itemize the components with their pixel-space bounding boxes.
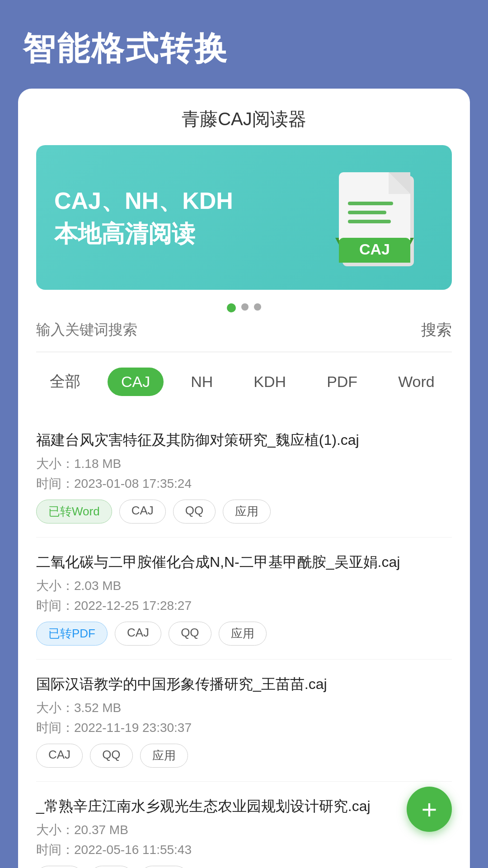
file-tags: 已转Word CAJ QQ 应用 [36, 500, 452, 524]
file-size: 大小：1.18 MB [36, 455, 452, 472]
page-header: 智能格式转换 [0, 0, 488, 89]
search-input[interactable] [36, 317, 412, 343]
svg-rect-5 [348, 211, 386, 214]
file-item[interactable]: 国际汉语教学的中国形象传播研究_王苗苗.caj 大小：3.52 MB 时间：20… [36, 660, 452, 782]
tabs-row: 全部 CAJ NH KDH PDF Word [36, 366, 452, 397]
tag-caj[interactable]: CAJ [36, 866, 83, 868]
file-item[interactable]: 福建台风灾害特征及其防御对策研究_魏应植(1).caj 大小：1.18 MB 时… [36, 415, 452, 538]
file-time: 时间：2022-05-16 11:55:43 [36, 841, 452, 859]
dot-2[interactable] [241, 303, 249, 311]
dot-3[interactable] [254, 303, 261, 311]
file-tags: CAJ QQ 应用 [36, 744, 452, 768]
search-row: 搜索 [36, 317, 452, 352]
banner: CAJ、NH、KDH 本地高清阅读 [36, 145, 452, 290]
svg-marker-10 [335, 238, 339, 245]
file-size: 大小：2.03 MB [36, 577, 452, 594]
tab-all[interactable]: 全部 [36, 366, 94, 397]
file-name: 福建台风灾害特征及其防御对策研究_魏应植(1).caj [36, 429, 452, 451]
file-time: 时间：2022-11-19 23:30:37 [36, 719, 452, 736]
search-button[interactable]: 搜索 [421, 320, 452, 340]
page-title: 智能格式转换 [23, 27, 465, 71]
file-tags: 已转PDF CAJ QQ 应用 [36, 622, 452, 646]
tab-caj[interactable]: CAJ [108, 368, 164, 396]
tag-qq[interactable]: QQ [90, 866, 132, 868]
file-name: 国际汉语教学的中国形象传播研究_王苗苗.caj [36, 673, 452, 695]
fab-add-button[interactable]: + [407, 787, 452, 832]
tab-word[interactable]: Word [385, 368, 448, 396]
tag-qq[interactable]: QQ [173, 500, 216, 524]
banner-dots [36, 303, 452, 312]
tag-caj[interactable]: CAJ [119, 500, 166, 524]
svg-rect-4 [348, 202, 393, 205]
tab-kdh[interactable]: KDH [240, 368, 300, 396]
tag-app[interactable]: 应用 [140, 866, 188, 868]
tag-app[interactable]: 应用 [140, 744, 188, 768]
file-name: _常熟辛庄江南水乡观光生态农业园规划设计研究.caj [36, 795, 452, 817]
svg-rect-6 [348, 220, 391, 223]
file-tags: CAJ QQ 应用 [36, 866, 452, 868]
tag-qq[interactable]: QQ [90, 744, 132, 768]
file-size: 大小：20.37 MB [36, 821, 452, 839]
tab-nh[interactable]: NH [177, 368, 226, 396]
main-card: 青藤CAJ阅读器 CAJ、NH、KDH 本地高清阅读 [18, 89, 470, 868]
tag-app[interactable]: 应用 [223, 500, 271, 524]
tag-qq[interactable]: QQ [169, 622, 211, 646]
file-time: 时间：2022-12-25 17:28:27 [36, 597, 452, 614]
banner-text: CAJ、NH、KDH 本地高清阅读 [54, 184, 233, 250]
file-name: 二氧化碳与二甲胺催化合成N,N-二甲基甲酰胺_吴亚娟.caj [36, 551, 452, 573]
banner-file-icon: CAJ [334, 168, 434, 267]
file-size: 大小：3.52 MB [36, 699, 452, 717]
tag-converted-word[interactable]: 已转Word [36, 500, 112, 524]
tag-caj[interactable]: CAJ [115, 622, 161, 646]
app-title: 青藤CAJ阅读器 [36, 107, 452, 132]
dot-1[interactable] [227, 303, 236, 312]
svg-text:CAJ: CAJ [359, 241, 390, 258]
tab-pdf[interactable]: PDF [313, 368, 371, 396]
tag-app[interactable]: 应用 [219, 622, 267, 646]
tag-caj[interactable]: CAJ [36, 744, 83, 768]
tag-converted-pdf[interactable]: 已转PDF [36, 622, 108, 646]
file-item[interactable]: 二氧化碳与二甲胺催化合成N,N-二甲基甲酰胺_吴亚娟.caj 大小：2.03 M… [36, 538, 452, 660]
file-item[interactable]: _常熟辛庄江南水乡观光生态农业园规划设计研究.caj 大小：20.37 MB 时… [36, 782, 452, 868]
file-list: 福建台风灾害特征及其防御对策研究_魏应植(1).caj 大小：1.18 MB 时… [36, 415, 452, 868]
file-time: 时间：2023-01-08 17:35:24 [36, 475, 452, 492]
